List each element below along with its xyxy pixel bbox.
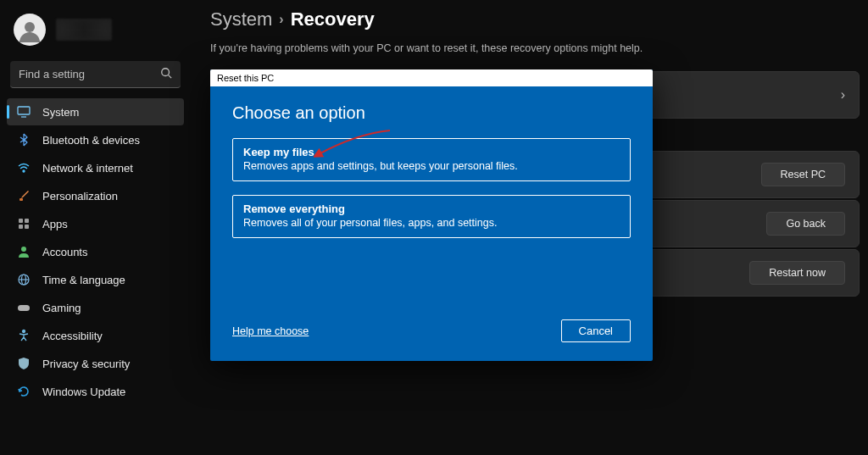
help-me-choose-link[interactable]: Help me choose — [232, 325, 309, 337]
option-desc: Removes all of your personal files, apps… — [243, 217, 620, 229]
sidebar-item-gaming[interactable]: Gaming — [7, 294, 184, 321]
chevron-right-icon: › — [841, 87, 845, 103]
globe-icon — [17, 273, 31, 286]
sidebar-item-label: Accounts — [42, 246, 87, 258]
person-icon — [17, 245, 31, 258]
svg-point-15 — [23, 330, 25, 333]
sidebar-item-label: Network & internet — [42, 162, 133, 175]
avatar — [14, 14, 46, 46]
option-desc: Removes apps and settings, but keeps you… — [243, 160, 620, 172]
svg-rect-8 — [19, 225, 23, 229]
sidebar-item-label: Privacy & security — [42, 358, 130, 370]
svg-rect-7 — [25, 219, 29, 223]
sidebar-item-network[interactable]: Network & internet — [7, 154, 184, 181]
option-title: Keep my files — [243, 146, 620, 158]
option-title: Remove everything — [243, 203, 620, 215]
option-remove-everything[interactable]: Remove everything Removes all of your pe… — [232, 195, 631, 238]
bluetooth-icon — [17, 133, 31, 147]
sidebar-item-apps[interactable]: Apps — [7, 210, 184, 237]
svg-point-0 — [162, 69, 170, 76]
search-icon — [160, 67, 172, 81]
sidebar: Find a setting System Bluetooth & device… — [0, 0, 191, 455]
sidebar-item-bluetooth[interactable]: Bluetooth & devices — [7, 126, 184, 153]
nav: System Bluetooth & devices Network & int… — [7, 98, 184, 405]
sidebar-item-label: Accessibility — [42, 330, 103, 342]
search-input[interactable]: Find a setting — [10, 61, 181, 88]
svg-line-1 — [169, 75, 172, 79]
reset-this-pc-dialog: Reset this PC Choose an option Keep my f… — [210, 69, 653, 361]
sidebar-item-label: Personalization — [42, 190, 118, 203]
svg-rect-14 — [18, 305, 30, 311]
sidebar-item-accounts[interactable]: Accounts — [7, 238, 184, 265]
search-placeholder: Find a setting — [19, 68, 85, 80]
sidebar-item-privacy[interactable]: Privacy & security — [7, 350, 184, 377]
gamepad-icon — [17, 301, 31, 314]
sidebar-item-label: Windows Update — [42, 386, 125, 398]
apps-icon — [17, 217, 31, 230]
option-keep-my-files[interactable]: Keep my files Removes apps and settings,… — [232, 138, 631, 181]
dialog-heading: Choose an option — [232, 103, 631, 123]
svg-point-10 — [21, 247, 26, 252]
svg-rect-6 — [19, 219, 23, 223]
chevron-right-icon: › — [279, 12, 283, 27]
breadcrumb: System › Recovery — [210, 8, 860, 31]
sidebar-item-label: System — [42, 106, 79, 119]
sidebar-item-time-language[interactable]: Time & language — [7, 266, 184, 293]
sidebar-item-system[interactable]: System — [7, 98, 184, 125]
svg-point-4 — [23, 170, 25, 172]
sidebar-item-personalization[interactable]: Personalization — [7, 182, 184, 209]
sidebar-item-label: Apps — [42, 218, 68, 230]
breadcrumb-current: Recovery — [291, 8, 375, 31]
shield-icon — [17, 357, 31, 370]
svg-rect-5 — [19, 198, 23, 201]
dialog-titlebar: Reset this PC — [210, 69, 653, 86]
wifi-icon — [17, 161, 31, 175]
sidebar-item-accessibility[interactable]: Accessibility — [7, 322, 184, 349]
breadcrumb-parent[interactable]: System — [210, 8, 272, 31]
user-account-row[interactable] — [7, 8, 184, 58]
sidebar-item-label: Bluetooth & devices — [42, 134, 140, 147]
restart-now-button[interactable]: Restart now — [749, 261, 845, 285]
page-subtitle: If you're having problems with your PC o… — [210, 42, 860, 54]
sidebar-item-label: Gaming — [42, 302, 81, 314]
update-icon — [17, 385, 31, 398]
svg-rect-2 — [18, 107, 30, 114]
accessibility-icon — [17, 329, 31, 342]
sidebar-item-label: Time & language — [42, 274, 125, 286]
reset-pc-button[interactable]: Reset PC — [761, 163, 846, 186]
brush-icon — [17, 189, 31, 203]
sidebar-item-windows-update[interactable]: Windows Update — [7, 378, 184, 405]
svg-rect-9 — [25, 225, 29, 229]
system-icon — [17, 105, 31, 119]
user-name-redacted — [56, 19, 112, 41]
cancel-button[interactable]: Cancel — [561, 319, 631, 342]
go-back-button[interactable]: Go back — [766, 212, 845, 236]
